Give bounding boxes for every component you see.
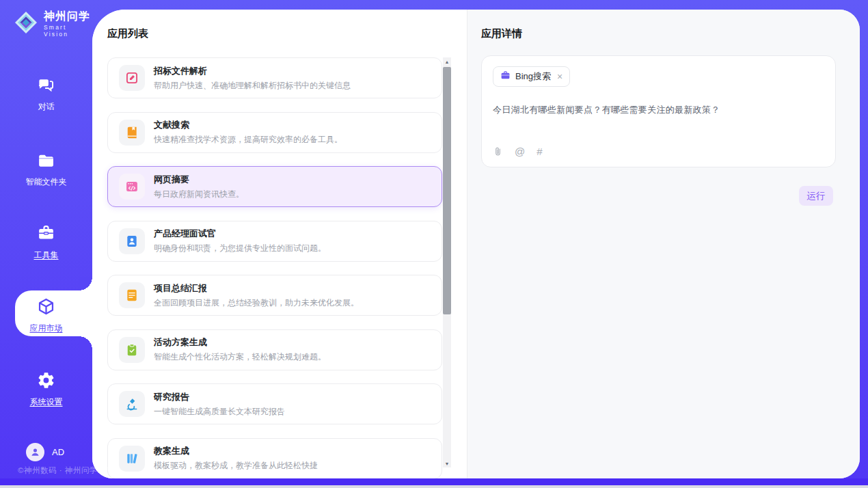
folder-icon (37, 151, 55, 172)
app-card-texts: 活动方案生成智能生成个性化活动方案，轻松解决规划难题。 (154, 336, 326, 363)
app-card-texts: 招标文件解析帮助用户快速、准确地理解和解析招标书中的关键信息 (154, 65, 351, 92)
app-card-title: 项目总结汇报 (154, 282, 359, 295)
tool-tag-label: Bing搜索 (515, 70, 551, 83)
briefcase-icon (500, 70, 511, 83)
app-detail-title: 应用详情 (481, 27, 522, 40)
microscope-icon (119, 391, 145, 417)
person-doc-icon (119, 228, 145, 254)
app-card-title: 教案生成 (154, 445, 318, 457)
app-list-title: 应用列表 (107, 27, 148, 40)
book-icon (119, 120, 145, 146)
cube-icon (37, 297, 55, 318)
brand-text: 神州问学 Smart Vision (44, 10, 92, 38)
app-detail-panel: 应用详情 Bing搜索 × 今日湖北有哪些新闻要点？有哪些需要关注的最新政策？ (467, 10, 860, 478)
tool-tag-bing-search[interactable]: Bing搜索 × (493, 66, 570, 87)
app-card-title: 招标文件解析 (154, 65, 351, 77)
sidebar-item-app-market[interactable]: 应用市场 (0, 297, 92, 334)
sidebar-item-label: 对话 (38, 101, 55, 113)
app-card-desc: 全面回顾项目进展，总结经验教训，助力未来优化发展。 (154, 297, 359, 309)
sidebar-item-label: 系统设置 (30, 396, 63, 408)
close-icon[interactable]: × (557, 72, 562, 81)
brand-subtitle: Smart Vision (44, 24, 92, 38)
app-card-list: 招标文件解析帮助用户快速、准确地理解和解析招标书中的关键信息文献搜索快速精准查找… (107, 57, 442, 478)
query-text[interactable]: 今日湖北有哪些新闻要点？有哪些需要关注的最新政策？ (493, 104, 824, 116)
sidebar-item-chat[interactable]: 对话 (0, 76, 92, 113)
app-card-desc: 模板驱动，教案秒成，教学准备从此轻松快捷 (154, 460, 318, 472)
app-card-desc: 一键智能生成高质量长文本研究报告 (154, 406, 285, 418)
app-card-title: 文献搜索 (154, 119, 342, 131)
sidebar-item-settings[interactable]: 系统设置 (0, 371, 92, 408)
app-card-texts: 产品经理面试官明确身份和职责，为您提供专业性的面试问题。 (154, 228, 326, 254)
app-card[interactable]: 招标文件解析帮助用户快速、准确地理解和解析招标书中的关键信息 (107, 57, 442, 98)
app-card-title: 网页摘要 (154, 174, 244, 186)
app-card-desc: 帮助用户快速、准确地理解和解析招标书中的关键信息 (154, 80, 351, 92)
browser-code-icon (119, 174, 145, 200)
app-card-title: 产品经理面试官 (154, 228, 326, 240)
app-card-texts: 文献搜索快速精准查找学术资源，提高研究效率的必备工具。 (154, 119, 342, 146)
app-card-desc: 智能生成个性化活动方案，轻松解决规划难题。 (154, 351, 326, 363)
sidebar-item-toolset[interactable]: 工具集 (0, 224, 92, 261)
app-card-desc: 快速精准查找学术资源，提高研究效率的必备工具。 (154, 134, 342, 146)
sidebar-item-label: 工具集 (34, 249, 59, 261)
sidebar-item-smart-folder[interactable]: 智能文件夹 (0, 151, 92, 188)
app-card-texts: 网页摘要每日政府新闻资讯快查。 (154, 174, 244, 200)
list-scrollbar[interactable]: ▲ ▼ (443, 57, 451, 467)
run-button[interactable]: 运行 (799, 186, 833, 206)
scrollbar-thumb[interactable] (443, 67, 451, 314)
bottom-bar (0, 478, 868, 485)
sidebar: 神州问学 Smart Vision 对话 智 (0, 0, 92, 478)
app-card-desc: 明确身份和职责，为您提供专业性的面试问题。 (154, 243, 326, 254)
edit-square-icon (119, 65, 145, 91)
scrollbar-up-arrow-icon[interactable]: ▲ (443, 57, 451, 66)
app-card[interactable]: 网页摘要每日政府新闻资讯快查。 (107, 166, 442, 207)
app-card[interactable]: 项目总结汇报全面回顾项目进展，总结经验教训，助力未来优化发展。 (107, 275, 442, 316)
active-nav-flare-top (79, 277, 92, 290)
app-list-panel: 应用列表 招标文件解析帮助用户快速、准确地理解和解析招标书中的关键信息文献搜索快… (92, 10, 467, 478)
brand-diamond-icon (14, 10, 38, 38)
app-card-title: 活动方案生成 (154, 336, 326, 349)
toolbox-icon (37, 224, 55, 245)
note-icon (119, 282, 145, 308)
app-card-texts: 研究报告一键智能生成高质量长文本研究报告 (154, 391, 285, 418)
app-card-texts: 教案生成模板驱动，教案秒成，教学准备从此轻松快捷 (154, 445, 318, 472)
prompt-card: Bing搜索 × 今日湖北有哪些新闻要点？有哪些需要关注的最新政策？ @ # (481, 55, 836, 167)
gear-icon (37, 371, 55, 392)
app-card-title: 研究报告 (154, 391, 285, 403)
app-card[interactable]: 活动方案生成智能生成个性化活动方案，轻松解决规划难题。 (107, 329, 442, 370)
sidebar-item-label: 应用市场 (30, 323, 63, 334)
active-nav-flare-bottom (79, 336, 92, 350)
avatar (26, 443, 44, 461)
chat-icon (37, 76, 55, 97)
user-initials: AD (52, 447, 64, 457)
user-chip[interactable]: AD (26, 443, 64, 461)
books-icon (119, 446, 145, 472)
hash-icon[interactable]: # (537, 146, 542, 157)
main-content: 应用列表 招标文件解析帮助用户快速、准确地理解和解析招标书中的关键信息文献搜索快… (92, 10, 860, 478)
copyright-footer: ©神州数码 · 神州问学出品 (18, 465, 114, 476)
app-card[interactable]: 产品经理面试官明确身份和职责，为您提供专业性的面试问题。 (107, 221, 442, 262)
brand-name: 神州问学 (44, 10, 92, 23)
app-card[interactable]: 研究报告一键智能生成高质量长文本研究报告 (107, 383, 442, 424)
at-icon[interactable]: @ (515, 146, 525, 157)
bottom-strip (0, 485, 868, 488)
app-card[interactable]: 教案生成模板驱动，教案秒成，教学准备从此轻松快捷 (107, 438, 442, 479)
app-card-texts: 项目总结汇报全面回顾项目进展，总结经验教训，助力未来优化发展。 (154, 282, 359, 309)
attach-toolbar: @ # (493, 146, 543, 157)
brand-logo: 神州问学 Smart Vision (14, 10, 92, 38)
scrollbar-down-arrow-icon[interactable]: ▼ (443, 459, 451, 467)
paperclip-icon[interactable] (493, 146, 503, 157)
sidebar-item-label: 智能文件夹 (26, 176, 67, 188)
app-card[interactable]: 文献搜索快速精准查找学术资源，提高研究效率的必备工具。 (107, 112, 442, 153)
app-card-desc: 每日政府新闻资讯快查。 (154, 189, 244, 200)
clipboard-check-icon (119, 337, 145, 363)
